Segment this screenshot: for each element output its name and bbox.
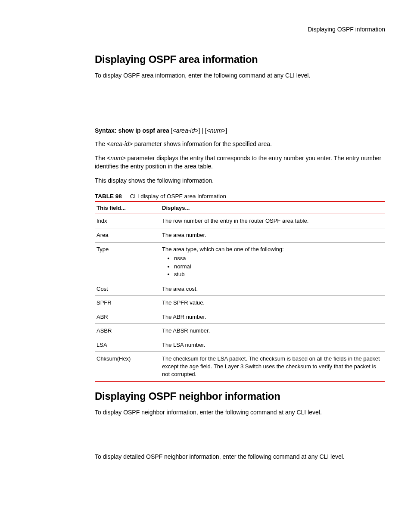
syntax-line: Syntax: show ip ospf area [<area-id>] | … xyxy=(95,127,385,134)
text: parameter displays the entry that corres… xyxy=(95,155,381,170)
spacer xyxy=(95,382,385,390)
syntax-command: show ip ospf area xyxy=(118,127,169,134)
section-heading-area: Displaying OSPF area information xyxy=(95,53,385,65)
table-row: Type The area type, which can be one of … xyxy=(95,242,385,282)
text: parameter shows information for the spec… xyxy=(133,140,272,147)
syntax-arg-area-id: <area-id> xyxy=(173,127,199,134)
cell-displays: The area type, which can be one of the f… xyxy=(160,242,385,282)
type-bullet-list: nssa normal stub xyxy=(162,255,382,279)
area-intro-paragraph: To display OSPF area information, enter … xyxy=(95,72,385,80)
syntax-arg-num: <num> xyxy=(207,127,226,134)
cell-displays: The LSA number. xyxy=(160,338,385,352)
cell-field: ASBR xyxy=(95,324,160,338)
syntax-label: Syntax: xyxy=(95,127,117,134)
syntax-bracket: ] | [ xyxy=(198,127,206,134)
neighbor-detail-paragraph: To display detailed OSPF neighbor inform… xyxy=(95,453,385,461)
section-heading-neighbor: Displaying OSPF neighbor information xyxy=(95,390,385,402)
cell-field: Indx xyxy=(95,214,160,228)
col-header-displays: Displays... xyxy=(160,202,385,214)
param-area-id-paragraph: The <area-id> parameter shows informatio… xyxy=(95,140,385,148)
col-header-field: This field... xyxy=(95,202,160,214)
cell-field: Cost xyxy=(95,282,160,296)
param-placeholder: <area-id> xyxy=(107,140,133,147)
ospf-area-table: This field... Displays... Indx The row n… xyxy=(95,201,385,382)
cell-field: Area xyxy=(95,228,160,243)
table-row: Chksum(Hex) The checksum for the LSA pac… xyxy=(95,352,385,381)
running-header: Displaying OSPF information xyxy=(95,26,385,33)
table-row: Area The area number. xyxy=(95,228,385,243)
cell-displays: The SPFR value. xyxy=(160,296,385,310)
cell-field: Type xyxy=(95,242,160,282)
table-header-row: This field... Displays... xyxy=(95,202,385,214)
cell-field: Chksum(Hex) xyxy=(95,352,160,381)
list-item: stub xyxy=(174,271,382,279)
param-placeholder: <num> xyxy=(107,155,126,162)
text: The xyxy=(95,140,107,147)
cell-field: ABR xyxy=(95,310,160,324)
table-row: SPFR The SPFR value. xyxy=(95,296,385,310)
cell-field: SPFR xyxy=(95,296,160,310)
table-title: CLI display of OSPF area information xyxy=(130,193,227,199)
spacer xyxy=(95,86,385,127)
cell-displays: The checksum for the LSA packet. The che… xyxy=(160,352,385,381)
neighbor-intro-paragraph: To display OSPF neighbor information, en… xyxy=(95,408,385,417)
table-number: TABLE 98 xyxy=(95,193,122,199)
cell-displays: The area number. xyxy=(160,228,385,243)
cell-displays: The ABSR number. xyxy=(160,324,385,338)
table-row: LSA The LSA number. xyxy=(95,338,385,352)
table-caption: TABLE 98 CLI display of OSPF area inform… xyxy=(95,193,385,199)
syntax-bracket: [ xyxy=(169,127,173,134)
spacer xyxy=(95,423,385,453)
table-row: Indx The row number of the entry in the … xyxy=(95,214,385,228)
leadout-paragraph: This display shows the following informa… xyxy=(95,177,385,185)
cell-field: LSA xyxy=(95,338,160,352)
cell-displays: The area cost. xyxy=(160,282,385,296)
text: The xyxy=(95,155,107,162)
table-row: ABR The ABR number. xyxy=(95,310,385,324)
param-num-paragraph: The <num> parameter displays the entry t… xyxy=(95,154,385,171)
syntax-bracket: ] xyxy=(225,127,227,134)
cell-displays: The ABR number. xyxy=(160,310,385,324)
table-row: ASBR The ABSR number. xyxy=(95,324,385,338)
cell-displays: The row number of the entry in the route… xyxy=(160,214,385,228)
type-intro: The area type, which can be one of the f… xyxy=(162,246,284,252)
list-item: nssa xyxy=(174,255,382,263)
list-item: normal xyxy=(174,263,382,271)
table-row: Cost The area cost. xyxy=(95,282,385,296)
